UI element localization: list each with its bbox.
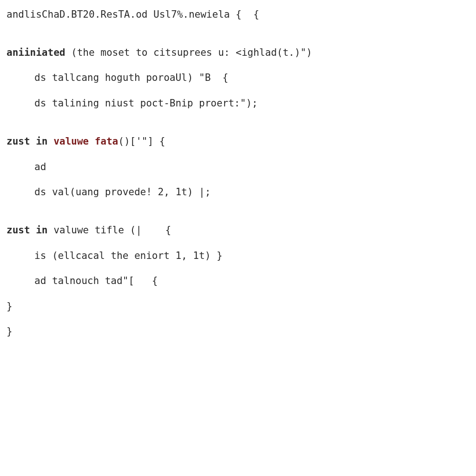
code-line: ad talnouch tad"[ { [7, 275, 469, 287]
code-line: ad [7, 161, 469, 173]
code-text: (| { [130, 225, 172, 236]
code-text: } [7, 301, 13, 312]
code-line: ds val(uang provede! 2, 1t) |; [7, 186, 469, 198]
code-line: andlisChaD.BT20.ResTA.od Usl7%.newiela {… [7, 8, 469, 21]
keyword: aniiniated [7, 47, 65, 58]
code-text: andlisChaD.BT20.ResTA.od Usl7%.newiela {… [7, 9, 259, 20]
keyword: zust in [7, 136, 48, 147]
code-line: aniiniated (the moset to citsuprees u: <… [7, 46, 469, 59]
code-text: ad talnouch tad"[ { [34, 275, 158, 286]
code-text: ad [34, 161, 46, 172]
code-line: } [7, 325, 469, 338]
code-text: (the moset to citsuprees u: <ighlad(t.)"… [65, 47, 312, 58]
code-line: is (ellcacal the eniort 1, 1t) } [7, 250, 469, 262]
code-line: zust in valuwe tifle (| { [7, 224, 469, 237]
code-line: } [7, 300, 469, 313]
code-line: ds tallcang hoguth poroaUl) "B { [7, 72, 469, 84]
code-text: } [7, 326, 13, 337]
code-line: ds talining niust poct-Bnip proert:"); [7, 97, 469, 110]
code-block: andlisChaD.BT20.ResTA.od Usl7%.newiela {… [7, 8, 469, 351]
code-text: ds val(uang provede! 2, 1t) |; [34, 186, 211, 198]
code-text: valuwe tifle [48, 225, 130, 236]
keyword: zust in [7, 225, 48, 236]
code-text: ds talining niust poct-Bnip proert:"); [34, 98, 258, 109]
function-name: valuwe fata [48, 136, 119, 147]
code-text: ()['"] { [118, 136, 165, 147]
code-text: is (ellcacal the eniort 1, 1t) } [34, 250, 223, 261]
code-line: zust in valuwe fata()['"] { [7, 135, 469, 148]
code-text: ds tallcang hoguth poroaUl) "B { [34, 72, 228, 83]
